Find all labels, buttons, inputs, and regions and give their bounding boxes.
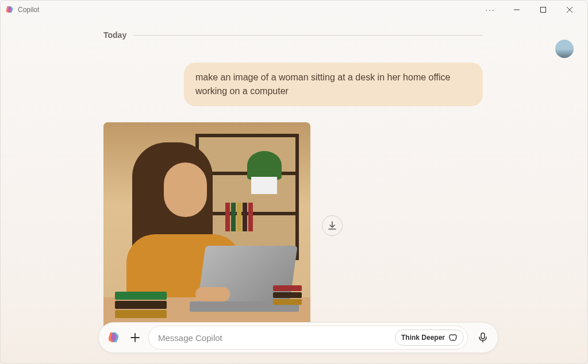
generated-image[interactable] bbox=[103, 122, 310, 329]
content-area: Today make an image of a woman sitting a… bbox=[1, 19, 587, 312]
message-input-wrap: Think Deeper bbox=[148, 326, 468, 350]
download-icon bbox=[327, 220, 337, 231]
message-input[interactable] bbox=[158, 333, 395, 343]
conversation-area: Today make an image of a woman sitting a… bbox=[103, 30, 483, 329]
window-titlebar: Copilot ··· bbox=[1, 1, 587, 19]
window-title: Copilot bbox=[18, 6, 39, 14]
date-divider: Today bbox=[103, 30, 483, 40]
titlebar-controls: ··· bbox=[477, 1, 583, 19]
svg-rect-6 bbox=[481, 333, 485, 339]
brain-icon bbox=[448, 333, 458, 342]
download-button[interactable] bbox=[322, 215, 343, 236]
think-deeper-label: Think Deeper bbox=[401, 334, 445, 342]
date-label: Today bbox=[103, 30, 126, 40]
plus-icon bbox=[129, 332, 141, 343]
close-button[interactable] bbox=[556, 1, 583, 19]
user-message: make an image of a woman sitting at a de… bbox=[184, 63, 483, 106]
avatar[interactable] bbox=[555, 40, 574, 58]
copilot-composer-icon bbox=[107, 331, 121, 344]
mic-button[interactable] bbox=[472, 327, 493, 348]
svg-rect-1 bbox=[541, 7, 546, 13]
mic-icon bbox=[477, 332, 489, 343]
think-deeper-button[interactable]: Think Deeper bbox=[395, 330, 464, 346]
copilot-logo-icon bbox=[5, 5, 14, 14]
maximize-button[interactable] bbox=[530, 1, 556, 19]
more-button[interactable]: ··· bbox=[477, 1, 504, 19]
assistant-response bbox=[103, 122, 483, 329]
divider-line bbox=[133, 35, 483, 36]
add-button[interactable] bbox=[126, 329, 144, 346]
titlebar-left: Copilot bbox=[5, 5, 39, 14]
minimize-button[interactable] bbox=[504, 1, 530, 19]
composer: Think Deeper bbox=[98, 322, 498, 353]
